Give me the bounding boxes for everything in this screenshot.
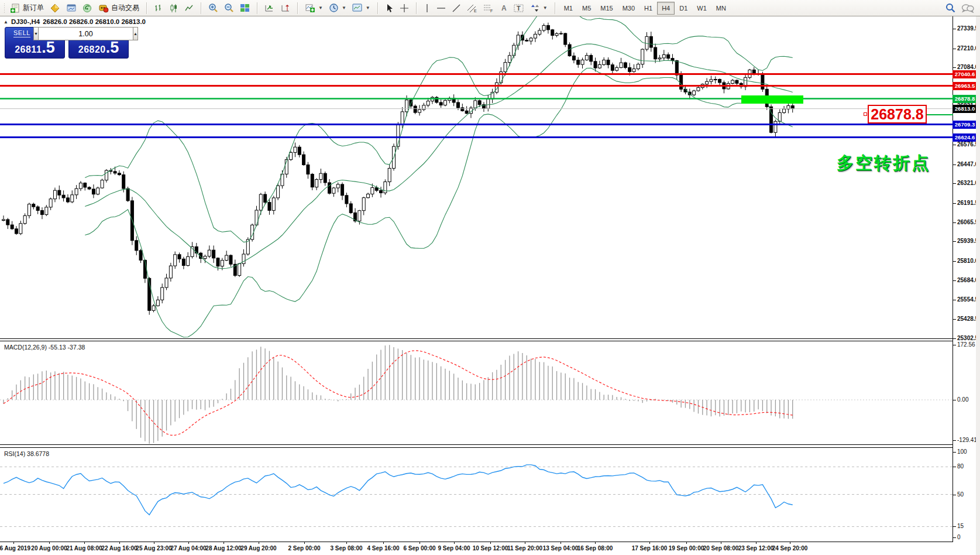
- bar-chart-button[interactable]: [151, 1, 166, 15]
- candle: [345, 193, 348, 207]
- chart-shift-button[interactable]: [277, 1, 293, 15]
- window-scrollbar[interactable]: [976, 16, 980, 555]
- candle: [216, 258, 219, 270]
- timeframe-button-w1[interactable]: W1: [692, 2, 711, 15]
- pivot-annotation-text[interactable]: 多空转折点: [837, 152, 930, 175]
- candle: [482, 102, 485, 112]
- main-price-pane: [0, 16, 953, 338]
- candle: [443, 99, 446, 107]
- panel-collapse-icon[interactable]: ▲: [4, 19, 8, 25]
- data-window-button[interactable]: [63, 1, 80, 15]
- green-zone-rectangle[interactable]: [741, 95, 803, 104]
- timeframe-button-h1[interactable]: H1: [639, 2, 657, 15]
- price-tick-dash: [953, 165, 956, 165]
- chat-icon[interactable]: [961, 4, 974, 13]
- indicators-button[interactable]: ▼: [302, 1, 326, 15]
- separator-macd-rsi-1[interactable]: [0, 444, 976, 445]
- market-watch-button[interactable]: [47, 1, 63, 15]
- callout-anchor-handle[interactable]: [864, 112, 867, 116]
- timeframe-button-m1[interactable]: M1: [559, 2, 577, 15]
- auto-trading-icon: [98, 4, 109, 13]
- signals-button[interactable]: [80, 1, 95, 15]
- timeframe-button-mn[interactable]: MN: [711, 2, 731, 15]
- candle: [152, 304, 155, 312]
- price-tick-label: 26321.0: [957, 180, 978, 186]
- macd-pane: [0, 341, 953, 444]
- candle: [53, 187, 56, 202]
- volume-increase-button[interactable]: ▲: [133, 27, 138, 40]
- separator-main-macd-1[interactable]: [0, 338, 976, 339]
- vertical-line-button[interactable]: [421, 1, 434, 15]
- toolbar: 新订单: [0, 0, 980, 16]
- auto-scroll-button[interactable]: [262, 1, 277, 15]
- volume-decrease-button[interactable]: ▼: [33, 27, 39, 40]
- candle: [603, 57, 606, 66]
- text-button[interactable]: A: [497, 1, 511, 15]
- timeframe-button-m5[interactable]: M5: [577, 2, 596, 15]
- candle: [264, 191, 267, 204]
- templates-button[interactable]: ▼: [349, 1, 373, 15]
- zoom-in-button[interactable]: [205, 1, 221, 15]
- periods-button[interactable]: ▼: [326, 1, 349, 15]
- rsi-label: RSI(14) 38.6778: [4, 450, 49, 457]
- candle: [332, 187, 335, 197]
- timeframe-button-d1[interactable]: D1: [675, 2, 692, 15]
- price-callout-box[interactable]: 26878.8: [868, 105, 927, 124]
- candle: [388, 165, 391, 186]
- chart-shift-icon: [280, 4, 290, 13]
- candle: [169, 263, 172, 282]
- price-tick-label: 27339.5: [957, 25, 978, 32]
- timeframe-button-m30[interactable]: M30: [618, 2, 639, 15]
- timeframe-button-m15[interactable]: M15: [596, 2, 617, 15]
- svg-text:F: F: [490, 9, 493, 13]
- trendline-button[interactable]: [449, 1, 464, 15]
- zoom-out-icon: [224, 3, 234, 13]
- price-line-tag: 26813.0: [953, 105, 977, 113]
- time-tick-label: 19 Sep 00:00: [669, 545, 704, 551]
- candle: [268, 198, 271, 215]
- time-tick-label: 11 Sep 20:00: [507, 545, 542, 551]
- candle: [315, 178, 318, 190]
- auto-trading-label: 自动交易: [111, 3, 139, 13]
- candle: [6, 218, 9, 229]
- text-label-button[interactable]: T: [511, 1, 527, 15]
- indicators-caret[interactable]: ▼: [318, 5, 323, 11]
- price-tick-dash: [953, 319, 956, 320]
- zoom-out-button[interactable]: [221, 1, 237, 15]
- templates-caret[interactable]: ▼: [366, 5, 370, 11]
- separator-macd-rsi-2[interactable]: [0, 447, 976, 448]
- arrows-caret[interactable]: ▼: [543, 5, 548, 11]
- volume-input[interactable]: [39, 27, 133, 40]
- line-chart-button[interactable]: [181, 1, 197, 15]
- tile-windows-button[interactable]: [237, 1, 253, 15]
- fibonacci-button[interactable]: F: [480, 1, 497, 15]
- crosshair-button[interactable]: [397, 1, 412, 15]
- periods-caret[interactable]: ▼: [342, 5, 346, 11]
- new-order-button[interactable]: 新订单: [7, 1, 47, 15]
- arrows-button[interactable]: ▼: [527, 1, 551, 15]
- price-line-tag: 26878.8: [953, 95, 977, 103]
- timeframe-button-h4[interactable]: H4: [657, 2, 675, 15]
- cursor-button[interactable]: [382, 1, 397, 15]
- time-tick-label: 2 Sep 00:00: [288, 545, 320, 551]
- price-tick-dash: [953, 203, 956, 204]
- horizontal-line-button[interactable]: [434, 1, 449, 15]
- volume-stepper: ▼ ▲: [33, 27, 100, 40]
- candle: [11, 221, 13, 230]
- macd-tick-label: 172.56: [957, 341, 975, 348]
- separator-main-macd-2[interactable]: [0, 341, 976, 341]
- price-line-tag: 26624.6: [953, 133, 977, 142]
- price-tick-label: 27210.0: [957, 45, 978, 52]
- equidistant-channel-button[interactable]: E: [464, 1, 480, 15]
- auto-scroll-icon: [264, 4, 274, 13]
- candle: [380, 187, 383, 198]
- candle-chart-button[interactable]: [166, 1, 181, 15]
- macd-tick-label: 0.00: [957, 396, 968, 403]
- cursor-icon: [385, 4, 394, 13]
- time-tick-dash: [119, 542, 120, 544]
- candle: [97, 187, 99, 196]
- search-icon[interactable]: [945, 3, 955, 13]
- candle: [555, 32, 558, 37]
- candle: [414, 104, 417, 114]
- auto-trading-button[interactable]: 自动交易: [95, 1, 142, 15]
